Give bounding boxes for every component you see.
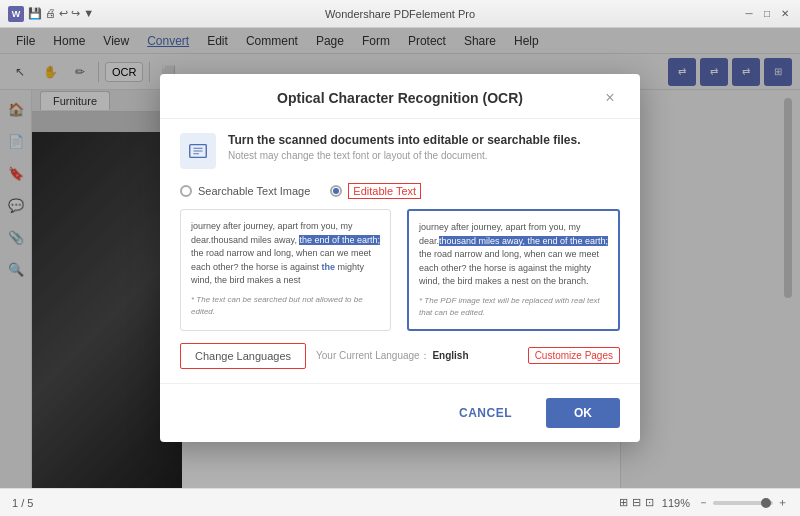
app-icon: W [8, 6, 24, 22]
option-searchable[interactable]: Searchable Text Image [180, 183, 310, 199]
zoom-in-btn[interactable]: ＋ [777, 495, 788, 510]
customize-pages-btn[interactable]: Customize Pages [528, 347, 620, 364]
desc-subtitle: Notest may change the text font or layou… [228, 150, 620, 161]
highlight-end: the end of the earth; [299, 235, 380, 245]
preview-searchable-text: journey after journey, apart from you, m… [191, 220, 380, 288]
close-btn[interactable]: ✕ [778, 7, 792, 21]
preview-editable-footnote: * The PDF image text will be replaced wi… [419, 295, 608, 319]
page-indicator: 1 / 5 [12, 497, 33, 509]
lang-info-area: Your Current Language： English [316, 349, 518, 363]
title-bar-left: W 💾 🖨 ↩ ↪ ▼ [8, 6, 94, 22]
ok-btn[interactable]: OK [546, 398, 620, 428]
window-controls[interactable]: ─ □ ✕ [742, 7, 792, 21]
dialog-description: Turn the scanned documents into editable… [160, 119, 640, 183]
scan-icon [187, 140, 209, 162]
preview-editable-text: journey after journey, apart from you, m… [419, 221, 608, 289]
ocr-dialog: Optical Character Recognition (OCR) × Tu… [160, 74, 640, 442]
option-editable[interactable]: Editable Text [330, 183, 421, 199]
status-icon-2[interactable]: ⊟ [632, 496, 641, 509]
option-editable-label: Editable Text [348, 183, 421, 199]
desc-icon [180, 133, 216, 169]
title-bar: W 💾 🖨 ↩ ↪ ▼ Wondershare PDFelement Pro ─… [0, 0, 800, 28]
zoom-thumb [761, 498, 771, 508]
highlight-thousand: thousand miles away, the end of the eart… [439, 236, 608, 246]
preview-row: journey after journey, apart from you, m… [160, 209, 640, 331]
app-title: Wondershare PDFelement Pro [325, 8, 475, 20]
radio-editable[interactable] [330, 185, 342, 197]
lang-section: Change Languages Your Current Language： … [160, 331, 640, 375]
preview-searchable: journey after journey, apart from you, m… [180, 209, 391, 331]
zoom-slider[interactable] [713, 501, 773, 505]
status-icon-1[interactable]: ⊞ [619, 496, 628, 509]
zoom-level: 119% [662, 497, 690, 509]
zoom-controls: － ＋ [698, 495, 788, 510]
dialog-footer: CANCEL OK [160, 383, 640, 442]
status-right: ⊞ ⊟ ⊡ 119% － ＋ [619, 495, 788, 510]
radio-searchable[interactable] [180, 185, 192, 197]
status-bar: 1 / 5 ⊞ ⊟ ⊡ 119% － ＋ [0, 488, 800, 516]
lang-info: Your Current Language： English [316, 349, 518, 363]
minimize-btn[interactable]: ─ [742, 7, 756, 21]
dialog-header: Optical Character Recognition (OCR) × [160, 74, 640, 119]
dialog-close-btn[interactable]: × [600, 88, 620, 108]
desc-text: Turn the scanned documents into editable… [228, 133, 620, 161]
dialog-overlay: Optical Character Recognition (OCR) × Tu… [0, 28, 800, 488]
cancel-btn[interactable]: CANCEL [435, 398, 536, 428]
options-row: Searchable Text Image Editable Text [160, 183, 640, 209]
status-icons: ⊞ ⊟ ⊡ [619, 496, 654, 509]
lang-value: English [432, 350, 468, 361]
desc-title: Turn the scanned documents into editable… [228, 133, 620, 147]
zoom-out-btn[interactable]: － [698, 495, 709, 510]
preview-searchable-footnote: * The text can be searched but not allow… [191, 294, 380, 318]
quick-access-icons: 💾 🖨 ↩ ↪ ▼ [28, 7, 94, 20]
highlight-the: the [322, 262, 336, 272]
preview-editable: journey after journey, apart from you, m… [407, 209, 620, 331]
page-info: 1 / 5 [12, 497, 33, 509]
status-icon-3[interactable]: ⊡ [645, 496, 654, 509]
maximize-btn[interactable]: □ [760, 7, 774, 21]
dialog-title: Optical Character Recognition (OCR) [200, 90, 600, 106]
option-searchable-label: Searchable Text Image [198, 185, 310, 197]
change-lang-btn[interactable]: Change Languages [180, 343, 306, 369]
lang-label: Your Current Language： [316, 350, 430, 361]
